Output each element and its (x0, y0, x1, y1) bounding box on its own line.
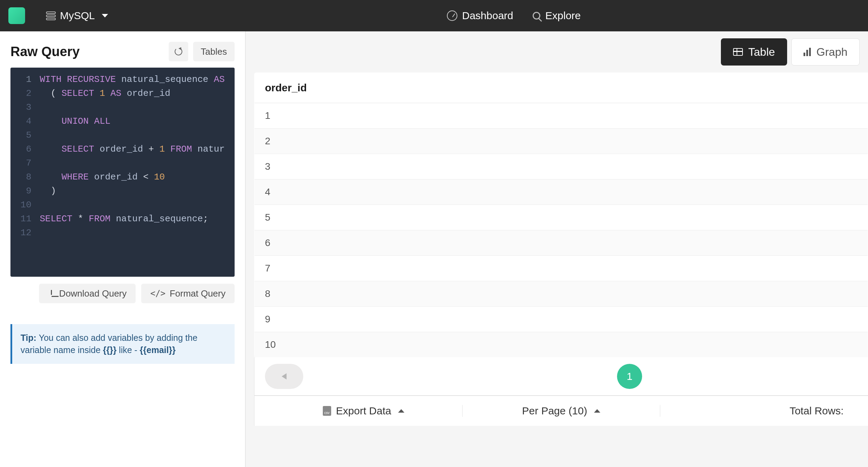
per-page-selector[interactable]: Per Page (10) (463, 405, 660, 417)
editor-gutter: 123456789101112 (10, 68, 35, 277)
database-name: MySQL (60, 10, 95, 22)
database-icon (46, 12, 56, 20)
tip-prefix: Tip: (21, 333, 39, 343)
page-number-current[interactable]: 1 (617, 364, 642, 389)
table-row[interactable]: 7 (254, 256, 868, 281)
app-logo[interactable] (8, 7, 25, 24)
nav-explore[interactable]: Explore (533, 10, 581, 22)
chevron-up-icon (594, 409, 600, 413)
view-graph-button[interactable]: Graph (791, 38, 860, 66)
table-row[interactable]: 5 (254, 205, 868, 230)
nav-explore-label: Explore (545, 10, 581, 22)
chevron-up-icon (398, 409, 404, 413)
bar-chart-icon (804, 48, 811, 56)
view-table-button[interactable]: Table (721, 38, 787, 66)
export-data-button[interactable]: csv Export Data (265, 405, 463, 417)
cell-order_id: 10 (254, 332, 868, 358)
results-footer: csv Export Data Per Page (10) Total Rows… (254, 396, 868, 426)
view-switch: Table Graph (721, 38, 860, 66)
query-panel: Raw Query Tables 123456789101112 WITH RE… (0, 31, 246, 467)
per-page-label: Per Page (10) (522, 405, 587, 417)
table-row[interactable]: 3 (254, 154, 868, 179)
cell-order_id: 2 (254, 129, 868, 154)
table-row[interactable]: 9 (254, 307, 868, 332)
refresh-button[interactable] (169, 42, 188, 61)
tip-example: {{email}} (140, 345, 176, 355)
code-editor[interactable]: 123456789101112 WITH RECURSIVE natural_s… (10, 68, 235, 277)
page-prev-button[interactable] (265, 364, 303, 389)
export-data-label: Export Data (336, 405, 391, 417)
format-query-button[interactable]: </> Format Query (141, 284, 235, 303)
code-icon: </> (150, 289, 165, 298)
view-graph-label: Graph (816, 46, 847, 59)
table-row[interactable]: 2 (254, 129, 868, 154)
tip-like: like - (116, 345, 140, 355)
tables-button[interactable]: Tables (193, 42, 235, 61)
cell-order_id: 8 (254, 281, 868, 307)
panel-title: Raw Query (10, 44, 80, 59)
table-row[interactable]: 6 (254, 230, 868, 256)
csv-icon: csv (323, 406, 331, 416)
cell-order_id: 7 (254, 256, 868, 281)
tip-braces: {{}} (103, 345, 116, 355)
table-row[interactable]: 8 (254, 281, 868, 307)
table-row[interactable]: 10 (254, 332, 868, 358)
column-header-order_id[interactable]: order_id (254, 73, 868, 103)
cell-order_id: 1 (254, 103, 868, 129)
table-row[interactable]: 1 (254, 103, 868, 129)
download-icon (48, 290, 55, 297)
download-query-button[interactable]: Download Query (39, 284, 136, 303)
refresh-icon (175, 48, 182, 55)
cell-order_id: 3 (254, 154, 868, 179)
format-query-label: Format Query (170, 288, 226, 299)
cell-order_id: 4 (254, 179, 868, 205)
dashboard-icon (447, 10, 457, 21)
download-query-label: Download Query (59, 288, 127, 299)
editor-code[interactable]: WITH RECURSIVE natural_sequence AS ( SEL… (35, 68, 235, 277)
table-row[interactable]: 4 (254, 179, 868, 205)
chevron-down-icon (102, 14, 108, 17)
nav-dashboard-label: Dashboard (462, 10, 513, 22)
tip-callout: Tip: You can also add variables by addin… (10, 324, 235, 364)
results-table: order_id 12345678910 (254, 72, 868, 358)
table-icon (733, 48, 743, 56)
cell-order_id: 5 (254, 205, 868, 230)
cell-order_id: 6 (254, 230, 868, 256)
top-navbar: MySQL Dashboard Explore (0, 0, 868, 31)
total-rows-label: Total Rows: (660, 405, 858, 417)
view-table-label: Table (748, 46, 775, 59)
database-selector[interactable]: MySQL (46, 10, 108, 22)
nav-dashboard[interactable]: Dashboard (447, 10, 513, 22)
cell-order_id: 9 (254, 307, 868, 332)
search-icon (533, 12, 540, 20)
results-panel: Table Graph order_id 12345678910 1 csv (246, 31, 868, 467)
arrow-left-icon (282, 373, 287, 380)
pagination: 1 (254, 358, 868, 396)
